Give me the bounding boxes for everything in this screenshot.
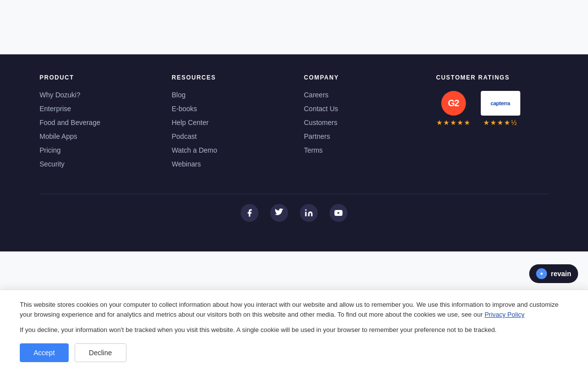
- capterra-stars: ★★★★½: [483, 119, 517, 126]
- link-food-and-beverage[interactable]: Food and Beverage: [40, 119, 152, 126]
- cookie-banner: This website stores cookies on your comp…: [0, 289, 588, 372]
- top-hero-section: [0, 0, 588, 54]
- footer-product-col: PRODUCT Why Dozuki? Enterprise Food and …: [40, 74, 152, 174]
- linkedin-icon[interactable]: [300, 204, 318, 222]
- link-why-dozuki[interactable]: Why Dozuki?: [40, 91, 152, 99]
- link-pricing[interactable]: Pricing: [40, 146, 152, 154]
- footer-divider: [40, 194, 548, 194]
- link-blog[interactable]: Blog: [172, 91, 285, 99]
- g2-logo: G2: [441, 91, 466, 116]
- ratings-row: G2 ★★★★★ capterra ★★★★½: [436, 91, 549, 126]
- privacy-policy-link[interactable]: Privacy Policy: [485, 311, 525, 318]
- revain-badge[interactable]: revain: [529, 264, 578, 283]
- decline-button[interactable]: Decline: [75, 343, 126, 362]
- svg-point-0: [305, 209, 307, 211]
- link-enterprise[interactable]: Enterprise: [40, 105, 152, 113]
- link-partners[interactable]: Partners: [304, 132, 417, 140]
- g2-stars: ★★★★★: [436, 119, 471, 126]
- link-podcast[interactable]: Podcast: [172, 132, 285, 140]
- link-mobile-apps[interactable]: Mobile Apps: [40, 132, 152, 140]
- link-contact-us[interactable]: Contact Us: [304, 105, 417, 113]
- cookie-text-first: This website stores cookies on your comp…: [20, 300, 568, 321]
- link-customers[interactable]: Customers: [304, 119, 417, 126]
- cookie-buttons: Accept Decline: [20, 343, 568, 362]
- footer-ratings-col: CUSTOMER RATINGS G2 ★★★★★ capterra ★★★★½: [436, 74, 549, 174]
- footer-company-col: COMPANY Careers Contact Us Customers Par…: [304, 74, 417, 174]
- revain-label: revain: [551, 270, 571, 278]
- revain-icon: [536, 268, 547, 279]
- social-row: [40, 204, 548, 222]
- svg-point-2: [540, 273, 543, 275]
- accept-button[interactable]: Accept: [20, 343, 69, 362]
- capterra-rating: capterra ★★★★½: [481, 91, 520, 126]
- link-careers[interactable]: Careers: [304, 91, 417, 99]
- link-webinars[interactable]: Webinars: [172, 160, 285, 168]
- ratings-heading: CUSTOMER RATINGS: [436, 74, 549, 81]
- link-help-center[interactable]: Help Center: [172, 119, 285, 126]
- footer-grid: PRODUCT Why Dozuki? Enterprise Food and …: [40, 74, 548, 174]
- product-heading: PRODUCT: [40, 74, 152, 81]
- cookie-text-before-link: This website stores cookies on your comp…: [20, 301, 558, 319]
- twitter-icon[interactable]: [270, 204, 288, 222]
- company-heading: COMPANY: [304, 74, 417, 81]
- facebook-icon[interactable]: [241, 204, 258, 222]
- g2-rating: G2 ★★★★★: [436, 91, 471, 126]
- cookie-text-second: If you decline, your information won't b…: [20, 325, 568, 335]
- footer-resources-col: RESOURCES Blog E-books Help Center Podca…: [172, 74, 285, 174]
- youtube-icon[interactable]: [330, 204, 347, 222]
- footer: PRODUCT Why Dozuki? Enterprise Food and …: [0, 54, 588, 251]
- capterra-logo: capterra: [481, 91, 520, 116]
- link-ebooks[interactable]: E-books: [172, 105, 285, 113]
- link-watch-a-demo[interactable]: Watch a Demo: [172, 146, 285, 154]
- privacy-policy-label[interactable]: Privacy Policy: [485, 311, 525, 318]
- g2-label: G2: [448, 98, 459, 109]
- resources-heading: RESOURCES: [172, 74, 285, 81]
- link-security[interactable]: Security: [40, 160, 152, 168]
- capterra-label: capterra: [491, 100, 510, 106]
- link-terms[interactable]: Terms: [304, 146, 417, 154]
